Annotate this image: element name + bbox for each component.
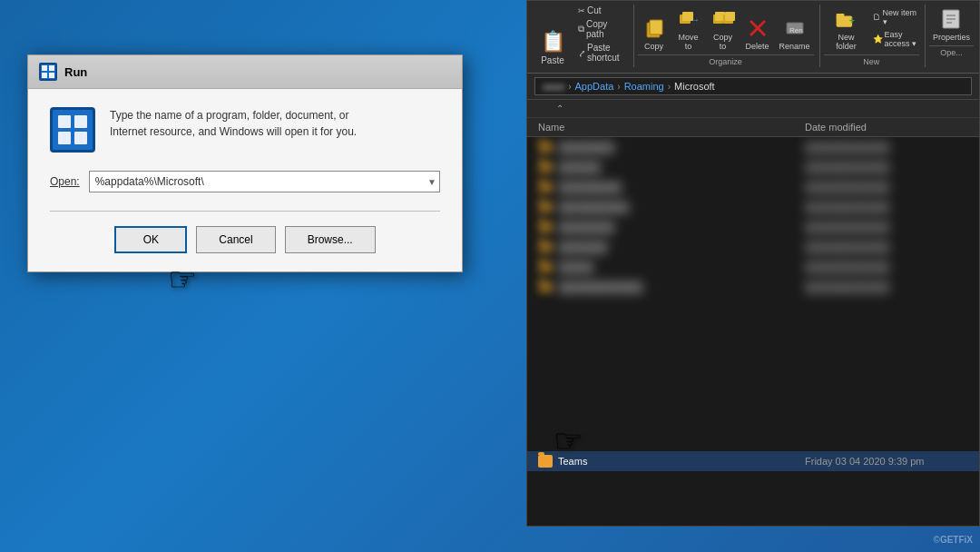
copy-path-label: Copy path — [586, 19, 626, 39]
svg-text:+: + — [848, 15, 854, 25]
teams-folder-item[interactable]: Teams Friday 03 04 2020 9:39 pm — [527, 451, 979, 471]
new-folder-button[interactable]: + Newfolder — [824, 5, 869, 53]
new-label: New — [824, 54, 919, 66]
paste-button[interactable]: 📋 Paste — [533, 27, 573, 67]
breadcrumb-sep3: › — [668, 82, 671, 92]
file-explorer-window: 📋 Paste ✂ Cut ⧉ Copy path — [526, 0, 980, 527]
ribbon: 📋 Paste ✂ Cut ⧉ Copy path — [527, 1, 979, 74]
column-headers: Name Date modified — [527, 118, 979, 137]
properties-icon — [938, 6, 964, 32]
svg-text:Ren: Ren — [789, 26, 803, 34]
svg-rect-24 — [58, 115, 71, 128]
svg-rect-20 — [42, 65, 47, 71]
run-title-text: Run — [64, 65, 87, 79]
ok-button[interactable]: OK — [114, 226, 187, 253]
teams-folder-name: Teams — [538, 455, 805, 468]
browse-button[interactable]: Browse... — [285, 226, 376, 253]
easy-access-icon: ⭐ — [873, 34, 883, 44]
list-item[interactable]: ████████ ████████████ — [527, 217, 979, 237]
copy-to-label: Copyto — [713, 33, 732, 51]
list-item[interactable]: █████ ████████████ — [527, 257, 979, 277]
delete-button[interactable]: Delete — [741, 14, 774, 53]
folder-icon — [538, 141, 553, 153]
delete-label: Delete — [746, 42, 769, 51]
run-content: Type the name of a program, folder, docu… — [50, 107, 440, 153]
svg-rect-26 — [58, 132, 71, 144]
list-item[interactable]: ████████ ████████████ — [527, 137, 979, 157]
run-input[interactable] — [89, 171, 440, 192]
folder-icon — [538, 181, 553, 193]
new-folder-label: Newfolder — [836, 33, 857, 51]
properties-label: Properties — [933, 33, 970, 42]
new-item-icon: 🗋 — [873, 13, 881, 22]
folder-icon — [538, 161, 553, 173]
copy-to-icon — [710, 6, 736, 32]
properties-button[interactable]: Properties — [929, 5, 974, 44]
list-item[interactable]: ██████████ ████████████ — [527, 197, 979, 217]
cut-icon: ✂ — [578, 6, 585, 15]
breadcrumb-roaming: Roaming — [624, 81, 664, 92]
dropdown-arrow-icon[interactable]: ▼ — [427, 177, 436, 187]
svg-rect-25 — [74, 115, 87, 128]
new-item-button[interactable]: 🗋 New item ▾ — [871, 7, 919, 27]
list-item[interactable]: █████████ ████████████ — [527, 177, 979, 197]
copy-to-button[interactable]: Copyto — [707, 5, 740, 53]
folder-icon — [538, 281, 553, 293]
copy-label: Copy — [644, 42, 663, 51]
svg-rect-1 — [650, 20, 662, 34]
new-item-label: New item ▾ — [883, 8, 917, 26]
paste-label: Paste — [541, 55, 564, 65]
move-to-button[interactable]: → Moveto — [672, 5, 705, 53]
blurred-items: ████████ ████████████ ██████ ███████████… — [527, 137, 979, 297]
run-divider — [50, 211, 440, 212]
run-open-row: Open: ▼ — [50, 171, 440, 192]
rename-button[interactable]: Ren Rename — [776, 14, 814, 53]
cut-button[interactable]: ✂ Cut — [576, 5, 628, 16]
svg-rect-27 — [74, 132, 87, 144]
open-label: Ope... — [929, 45, 974, 57]
move-to-label: Moveto — [679, 33, 699, 51]
run-title-icon — [39, 63, 57, 81]
easy-access-label: Easy access ▾ — [885, 30, 917, 48]
organize-label: Organize — [638, 54, 814, 66]
run-body: Type the name of a program, folder, docu… — [28, 89, 462, 271]
copy-path-button[interactable]: ⧉ Copy path — [576, 18, 628, 40]
move-to-icon: → — [676, 6, 701, 32]
file-list: ████████ ████████████ ██████ ███████████… — [527, 137, 979, 526]
watermark: ©GETFiX — [934, 535, 973, 545]
cancel-button[interactable]: Cancel — [196, 226, 275, 253]
copy-icon — [642, 15, 667, 41]
paste-shortcut-button[interactable]: ⤤ Paste shortcut — [576, 42, 628, 64]
run-open-label: Open: — [50, 175, 80, 188]
rename-icon: Ren — [782, 15, 808, 41]
svg-text:→: → — [691, 15, 700, 25]
teams-label: Teams — [558, 456, 587, 467]
run-input-wrapper: ▼ — [89, 171, 440, 192]
folder-icon — [538, 241, 553, 253]
teams-date: Friday 03 04 2020 9:39 pm — [805, 456, 968, 467]
breadcrumb[interactable]: ■■■■ › AppData › Roaming › Microsoft — [534, 77, 972, 95]
ribbon-top: 📋 Paste ✂ Cut ⧉ Copy path — [533, 5, 974, 67]
list-item[interactable]: ██████ ████████████ — [527, 157, 979, 177]
breadcrumb-sep2: › — [617, 82, 620, 92]
column-sort: ⌃ — [527, 100, 979, 118]
folder-icon — [538, 261, 553, 273]
run-dialog: Run Type the name of a program, folder, … — [27, 54, 463, 272]
copy-path-icon: ⧉ — [578, 24, 584, 34]
easy-access-button[interactable]: ⭐ Easy access ▾ — [871, 29, 919, 49]
list-item[interactable]: ███████ ████████████ — [527, 237, 979, 257]
breadcrumb-appdata: AppData — [575, 81, 614, 92]
run-big-icon — [50, 107, 95, 153]
svg-rect-8 — [725, 12, 735, 21]
sort-arrow[interactable]: ⌃ — [556, 104, 968, 113]
desktop: 📋 Paste ✂ Cut ⧉ Copy path — [0, 0, 980, 552]
rename-label: Rename — [779, 42, 810, 51]
paste-shortcut-label: Paste shortcut — [587, 43, 626, 63]
cut-label: Cut — [587, 5, 602, 15]
list-item[interactable]: ████████████ ████████████ — [527, 277, 979, 297]
new-folder-icon: + — [834, 6, 859, 32]
copy-button[interactable]: Copy — [638, 14, 671, 53]
paste-shortcut-icon: ⤤ — [578, 48, 585, 58]
folder-icon — [538, 201, 553, 213]
teams-folder-icon — [538, 455, 553, 468]
